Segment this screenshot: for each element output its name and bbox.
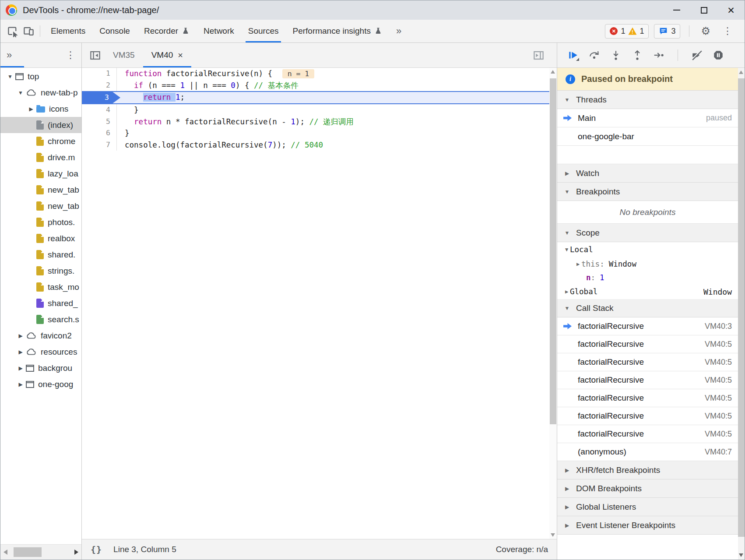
tree-item-icons[interactable]: ▶icons bbox=[0, 101, 81, 117]
editor-tab-vm40[interactable]: VM40× bbox=[143, 43, 191, 67]
call-stack-frame[interactable]: factorialRecursiveVM40:5 bbox=[557, 335, 738, 353]
settings-gear-button[interactable]: ⚙ bbox=[698, 25, 713, 37]
scope-global-row[interactable]: ▶ Global Window bbox=[557, 284, 738, 299]
code-line-1[interactable]: 1function factorialRecursive(n) { n = 1 bbox=[82, 68, 557, 80]
hide-navigator-button[interactable] bbox=[87, 47, 103, 63]
section-breakpoints[interactable]: ▼ Breakpoints bbox=[557, 183, 738, 201]
tree-item-new-tab[interactable]: new_tab bbox=[0, 182, 81, 198]
tree-item-search-s[interactable]: search.s bbox=[0, 311, 81, 328]
thread-row[interactable]: Mainpaused bbox=[557, 109, 738, 127]
scroll-up-arrow-icon[interactable] bbox=[739, 70, 743, 74]
call-stack-frame[interactable]: factorialRecursiveVM40:3 bbox=[557, 317, 738, 335]
editor-vertical-scrollbar[interactable] bbox=[549, 68, 557, 539]
scroll-down-arrow-icon[interactable] bbox=[551, 533, 555, 537]
call-stack-frame[interactable]: factorialRecursiveVM40:5 bbox=[557, 425, 738, 443]
step-button[interactable] bbox=[653, 49, 665, 61]
section-dom-breakpoints[interactable]: ▶ DOM Breakpoints bbox=[557, 479, 738, 498]
tab-sources[interactable]: Sources bbox=[241, 20, 286, 42]
line-number-gutter[interactable]: 6 bbox=[82, 127, 117, 139]
section-xhr-breakpoints[interactable]: ▶ XHR/fetch Breakpoints bbox=[557, 461, 738, 479]
tree-item-new-tab-p[interactable]: ▼new-tab-p bbox=[0, 85, 81, 101]
section-global-listeners[interactable]: ▶ Global Listeners bbox=[557, 498, 738, 516]
scope-this-row[interactable]: ▶ this: Window bbox=[557, 257, 738, 271]
tree-item-shared-[interactable]: shared. bbox=[0, 247, 81, 263]
issues-badge[interactable]: ✕ 1 ! 1 bbox=[605, 24, 649, 39]
resume-button[interactable] bbox=[567, 49, 579, 61]
line-number-gutter[interactable]: 5 bbox=[82, 116, 117, 128]
close-button[interactable]: ✕ bbox=[717, 0, 745, 20]
tab-elements[interactable]: Elements bbox=[44, 20, 92, 42]
tree-item-lazy-loa[interactable]: lazy_loa bbox=[0, 166, 81, 182]
call-stack-frame[interactable]: (anonymous)VM40:7 bbox=[557, 443, 738, 461]
line-number-gutter[interactable]: 2 bbox=[82, 80, 117, 92]
tree-item-favicon2[interactable]: ▶favicon2 bbox=[0, 328, 81, 344]
line-number-gutter[interactable]: 1 bbox=[82, 68, 117, 80]
call-stack-frame[interactable]: factorialRecursiveVM40:5 bbox=[557, 353, 738, 371]
pause-on-exceptions-button[interactable] bbox=[712, 49, 724, 61]
deactivate-breakpoints-button[interactable] bbox=[691, 49, 703, 61]
tree-item-one-goog[interactable]: ▶one-goog bbox=[0, 376, 81, 392]
show-debugger-panel-button[interactable] bbox=[531, 47, 546, 63]
tab-network[interactable]: Network bbox=[197, 20, 241, 42]
line-number-gutter[interactable]: 33 bbox=[82, 92, 117, 103]
navigator-more-tabs-button[interactable]: » bbox=[7, 49, 12, 61]
call-stack-frame[interactable]: factorialRecursiveVM40:5 bbox=[557, 389, 738, 407]
tree-item-backgrou[interactable]: ▶backgrou bbox=[0, 360, 81, 376]
debugger-vertical-scrollbar[interactable] bbox=[738, 68, 745, 560]
tree-item-realbox[interactable]: realbox bbox=[0, 230, 81, 247]
more-panels-button[interactable]: » bbox=[389, 25, 408, 37]
tab-console[interactable]: Console bbox=[92, 20, 137, 42]
line-number-gutter[interactable]: 4 bbox=[82, 104, 117, 116]
section-call-stack[interactable]: ▼ Call Stack bbox=[557, 299, 738, 317]
scroll-right-arrow-icon[interactable] bbox=[74, 549, 78, 555]
step-into-button[interactable] bbox=[610, 49, 622, 61]
scrollbar-thumb[interactable] bbox=[14, 547, 42, 557]
tree-item-resources[interactable]: ▶resources bbox=[0, 344, 81, 360]
scroll-up-arrow-icon[interactable] bbox=[551, 70, 555, 74]
code-line-2[interactable]: 2 if (n === 1 || n === 0) { // 基本条件 bbox=[82, 80, 557, 92]
pretty-print-button[interactable]: {} bbox=[91, 544, 102, 555]
device-toolbar-button[interactable] bbox=[21, 23, 36, 39]
navigator-horizontal-scrollbar[interactable] bbox=[0, 544, 81, 560]
scroll-down-arrow-icon[interactable] bbox=[739, 553, 743, 557]
step-over-button[interactable] bbox=[588, 49, 601, 61]
tree-item-photos-[interactable]: photos. bbox=[0, 214, 81, 230]
messages-badge[interactable]: 3 bbox=[654, 24, 680, 39]
tree-item-top[interactable]: ▼top bbox=[0, 68, 81, 85]
tab-recorder[interactable]: Recorder bbox=[137, 20, 197, 42]
tree-item-strings-[interactable]: strings. bbox=[0, 263, 81, 279]
inspect-element-button[interactable] bbox=[5, 23, 21, 39]
code-line-5[interactable]: 5 return n * factorialRecursive(n - 1); … bbox=[82, 116, 557, 128]
section-threads[interactable]: ▼ Threads bbox=[557, 91, 738, 109]
code-line-4[interactable]: 4 } bbox=[82, 104, 557, 116]
section-event-listener-breakpoints[interactable]: ▶ Event Listener Breakpoints bbox=[557, 516, 738, 535]
tree-item-new-tab[interactable]: new_tab bbox=[0, 198, 81, 214]
scope-local-row[interactable]: ▼ Local bbox=[557, 242, 738, 257]
navigator-menu-button[interactable]: ⋮ bbox=[66, 49, 75, 61]
call-stack-frame[interactable]: factorialRecursiveVM40:5 bbox=[557, 407, 738, 425]
tree-item--index-[interactable]: (index) bbox=[0, 117, 81, 133]
tree-item-shared-[interactable]: shared_ bbox=[0, 295, 81, 311]
tab-performance-insights[interactable]: Performance insights bbox=[285, 20, 389, 42]
code-line-7[interactable]: 7console.log(factorialRecursive(7)); // … bbox=[82, 139, 557, 151]
main-menu-button[interactable]: ⋮ bbox=[718, 25, 737, 37]
scroll-left-arrow-icon[interactable] bbox=[4, 549, 7, 555]
step-out-button[interactable] bbox=[631, 49, 643, 61]
code-line-3[interactable]: 33 return 1; bbox=[82, 91, 557, 104]
tree-item-drive-m[interactable]: drive.m bbox=[0, 149, 81, 166]
scrollbar-thumb[interactable] bbox=[550, 78, 556, 424]
close-tab-icon[interactable]: × bbox=[178, 50, 183, 60]
code-line-6[interactable]: 6} bbox=[82, 127, 557, 139]
section-watch[interactable]: ▶ Watch bbox=[557, 164, 738, 183]
tree-item-chrome[interactable]: chrome bbox=[0, 133, 81, 149]
call-stack-frame[interactable]: factorialRecursiveVM40:5 bbox=[557, 371, 738, 389]
scrollbar-thumb[interactable] bbox=[738, 78, 745, 537]
scope-n-row[interactable]: n: 1 bbox=[557, 271, 738, 284]
section-scope[interactable]: ▼ Scope bbox=[557, 224, 738, 242]
minimize-button[interactable] bbox=[663, 0, 690, 20]
editor-tab-vm35[interactable]: VM35 bbox=[105, 43, 143, 67]
thread-row[interactable]: one-google-bar bbox=[557, 127, 738, 146]
maximize-button[interactable] bbox=[690, 0, 717, 20]
line-number-gutter[interactable]: 7 bbox=[82, 139, 117, 151]
tree-item-task-mo[interactable]: task_mo bbox=[0, 279, 81, 295]
